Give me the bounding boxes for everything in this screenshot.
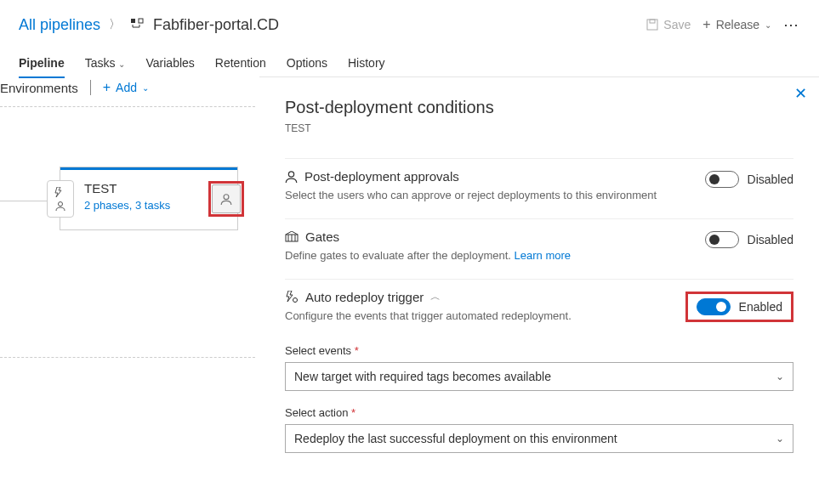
person-icon [285, 170, 298, 183]
redeploy-form: Select events * New target with required… [285, 344, 793, 453]
gates-toggle[interactable] [705, 231, 739, 248]
save-button: Save [646, 18, 691, 31]
card-accent [60, 167, 237, 170]
chevron-down-icon: ⌄ [765, 20, 771, 30]
section-title: Post-deployment approvals [304, 169, 459, 184]
environments-label: Environments [0, 81, 78, 95]
post-deployment-panel: ✕ Post-deployment conditions TEST Post-d… [259, 76, 819, 504]
chevron-down-icon: ⌄ [118, 59, 125, 69]
breadcrumb: All pipelines 〉 Fabfiber-portal.CD [19, 16, 279, 34]
tab-pipeline[interactable]: Pipeline [19, 49, 65, 78]
toggle-label: Disabled [748, 173, 793, 186]
tab-variables[interactable]: Variables [145, 49, 194, 78]
toggle-label: Enabled [739, 300, 782, 314]
auto-redeploy-toggle[interactable] [697, 298, 731, 315]
learn-more-link[interactable]: Learn more [515, 249, 571, 262]
breadcrumb-root-link[interactable]: All pipelines [19, 16, 100, 34]
section-auto-redeploy: Auto redeploy trigger ︿ Configure the ev… [285, 279, 793, 339]
chevron-down-icon: ⌄ [776, 371, 784, 382]
chevron-right-icon: 〉 [109, 17, 121, 32]
select-action-dropdown[interactable]: Redeploy the last successful deployment … [285, 424, 793, 453]
divider [90, 80, 91, 95]
svg-point-8 [293, 298, 298, 303]
toggle-label: Disabled [748, 233, 793, 246]
section-description: Select the users who can approve or reje… [285, 189, 705, 201]
svg-point-6 [288, 172, 293, 177]
select-events-dropdown[interactable]: New target with required tags becomes av… [285, 362, 793, 391]
tab-retention[interactable]: Retention [215, 49, 266, 78]
svg-rect-0 [131, 19, 135, 23]
plus-icon: + [103, 80, 111, 95]
approvals-toggle[interactable] [705, 171, 739, 188]
section-title: Auto redeploy trigger [305, 290, 424, 304]
section-approvals: Post-deployment approvals Select the use… [285, 158, 793, 218]
release-button[interactable]: + Release ⌄ [702, 17, 771, 32]
chevron-down-icon: ⌄ [776, 433, 784, 445]
pre-deployment-conditions-button[interactable] [47, 180, 74, 218]
svg-rect-2 [647, 20, 657, 30]
header-actions: Save + Release ⌄ ⋯ [646, 15, 800, 34]
page-title: Fabfiber-portal.CD [153, 16, 279, 34]
environment-name: TEST [84, 181, 229, 195]
field-label-events: Select events * [285, 344, 793, 357]
save-icon [646, 19, 658, 31]
section-description: Define gates to evaluate after the deplo… [285, 249, 705, 262]
section-description: Configure the events that trigger automa… [285, 309, 685, 322]
panel-subtitle: TEST [285, 122, 793, 134]
pipeline-icon [129, 17, 145, 32]
post-deployment-conditions-button[interactable] [212, 184, 241, 213]
more-menu-button[interactable]: ⋯ [783, 15, 800, 34]
person-icon [55, 201, 65, 211]
add-environment-button[interactable]: + Add ⌄ [103, 80, 149, 95]
plus-icon: + [702, 17, 710, 32]
svg-rect-1 [139, 19, 143, 23]
environments-header: Environments + Add ⌄ [0, 80, 149, 95]
tab-history[interactable]: History [348, 49, 385, 78]
lightning-icon [54, 187, 66, 197]
panel-title: Post-deployment conditions [285, 98, 793, 117]
tab-tasks[interactable]: Tasks⌄ [85, 49, 126, 78]
lightning-gear-icon [285, 291, 299, 303]
svg-rect-3 [650, 20, 655, 23]
svg-point-5 [224, 194, 229, 199]
svg-point-4 [59, 201, 63, 206]
field-label-action: Select action * [285, 406, 793, 419]
highlight-box: Enabled [685, 292, 793, 322]
environment-tasks-link[interactable]: 2 phases, 3 tasks [84, 199, 229, 212]
section-gates: Gates Define gates to evaluate after the… [285, 218, 793, 279]
dashed-divider [0, 357, 255, 358]
environment-card[interactable]: TEST 2 phases, 3 tasks [60, 167, 238, 230]
person-icon [220, 193, 232, 205]
left-pane: Environments + Add ⌄ TEST 2 phases, 3 ta… [0, 106, 255, 230]
gates-icon [285, 231, 299, 243]
chevron-down-icon: ⌄ [142, 83, 149, 93]
section-title: Gates [305, 229, 339, 244]
chevron-up-icon[interactable]: ︿ [430, 290, 441, 304]
close-icon[interactable]: ✕ [794, 84, 807, 103]
tabs: Pipeline Tasks⌄ Variables Retention Opti… [0, 49, 819, 79]
tab-options[interactable]: Options [287, 49, 327, 78]
